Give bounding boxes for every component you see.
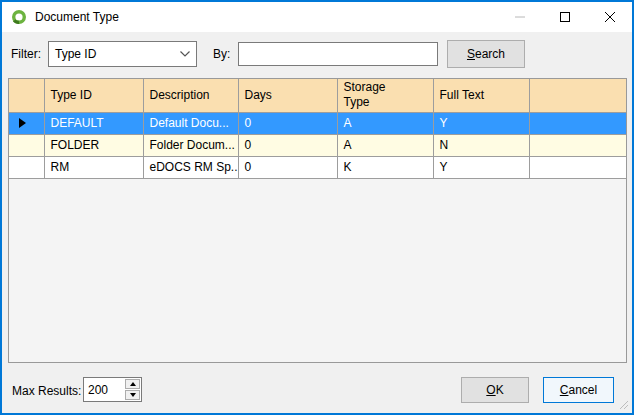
chevron-down-icon bbox=[174, 51, 196, 57]
app-logo-icon bbox=[11, 9, 27, 25]
row-selector-cell[interactable] bbox=[9, 156, 44, 178]
cell-description: Default Docu... bbox=[143, 112, 238, 134]
cell-description: eDOCS RM Sp... bbox=[143, 156, 238, 178]
cell-extra bbox=[529, 156, 626, 178]
header-full-text[interactable]: Full Text bbox=[433, 79, 529, 112]
grid-row-default[interactable]: DEFAULT Default Docu... 0 A Y bbox=[9, 112, 626, 134]
cell-days: 0 bbox=[238, 134, 337, 156]
cell-extra bbox=[529, 112, 626, 134]
current-row-icon bbox=[19, 118, 26, 128]
cell-extra bbox=[529, 134, 626, 156]
filter-dropdown-value: Type ID bbox=[49, 47, 174, 61]
maximize-button[interactable] bbox=[542, 2, 587, 32]
row-selector-cell[interactable] bbox=[9, 112, 44, 134]
filter-label: Filter: bbox=[11, 47, 41, 61]
spinner-up-button[interactable] bbox=[125, 379, 140, 389]
max-results-spinner bbox=[83, 377, 142, 402]
document-type-dialog: Document Type Filter: Type ID By: Search bbox=[0, 0, 634, 415]
grid-row-folder[interactable]: FOLDER Folder Docum... 0 A N bbox=[9, 134, 626, 156]
window-title: Document Type bbox=[35, 10, 119, 24]
row-selector-cell[interactable] bbox=[9, 134, 44, 156]
spinner-down-button[interactable] bbox=[125, 390, 140, 400]
maximize-icon bbox=[560, 12, 570, 22]
close-button[interactable] bbox=[587, 2, 632, 32]
header-extra[interactable] bbox=[529, 79, 626, 112]
header-row-selector bbox=[9, 79, 44, 112]
spinner-buttons bbox=[124, 378, 141, 401]
title-bar: Document Type bbox=[2, 2, 632, 32]
grid-header-row: Type ID Description Days Storage Type Fu… bbox=[9, 79, 626, 112]
cell-storage-type: A bbox=[337, 112, 433, 134]
by-label: By: bbox=[213, 47, 230, 61]
document-type-grid: Type ID Description Days Storage Type Fu… bbox=[8, 78, 627, 363]
search-button[interactable]: Search bbox=[447, 40, 525, 68]
resize-grip[interactable] bbox=[617, 398, 629, 410]
header-storage-type[interactable]: Storage Type bbox=[337, 79, 433, 112]
cell-type-id: RM bbox=[44, 156, 143, 178]
by-input[interactable] bbox=[238, 42, 438, 66]
cell-days: 0 bbox=[238, 156, 337, 178]
header-type-id[interactable]: Type ID bbox=[44, 79, 143, 112]
minimize-button[interactable] bbox=[497, 2, 542, 32]
filter-dropdown[interactable]: Type ID bbox=[48, 41, 197, 67]
cell-days: 0 bbox=[238, 112, 337, 134]
arrow-down-icon bbox=[130, 393, 136, 397]
cell-type-id: DEFAULT bbox=[44, 112, 143, 134]
cell-storage-type: A bbox=[337, 134, 433, 156]
max-results-label: Max Results: bbox=[12, 384, 81, 398]
cancel-button[interactable]: Cancel bbox=[543, 377, 614, 403]
cell-storage-type: K bbox=[337, 156, 433, 178]
max-results-input[interactable] bbox=[84, 378, 124, 401]
arrow-up-icon bbox=[130, 382, 136, 386]
grid-row-rm[interactable]: RM eDOCS RM Sp... 0 K Y bbox=[9, 156, 626, 178]
cell-description: Folder Docum... bbox=[143, 134, 238, 156]
header-days[interactable]: Days bbox=[238, 79, 337, 112]
header-description[interactable]: Description bbox=[143, 79, 238, 112]
ok-button[interactable]: OK bbox=[461, 377, 529, 403]
minimize-icon bbox=[515, 12, 525, 22]
close-icon bbox=[605, 12, 615, 22]
cell-full-text: Y bbox=[433, 112, 529, 134]
cell-type-id: FOLDER bbox=[44, 134, 143, 156]
caption-buttons bbox=[497, 2, 632, 32]
cell-full-text: N bbox=[433, 134, 529, 156]
cell-full-text: Y bbox=[433, 156, 529, 178]
